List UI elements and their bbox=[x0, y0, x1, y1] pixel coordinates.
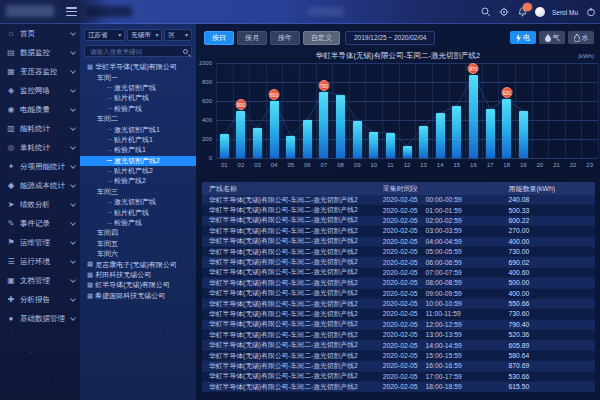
tree-item[interactable]: ▦希捷国际科技无锡公司 bbox=[84, 291, 192, 301]
chart-bar[interactable] bbox=[419, 126, 428, 158]
province-select[interactable]: 江苏省▾ bbox=[84, 29, 125, 41]
sidebar-item[interactable]: ●基础数据管理 bbox=[0, 309, 80, 328]
chart-bar[interactable] bbox=[386, 133, 395, 158]
tree-item[interactable]: ▦村田科技无锡公司 bbox=[84, 270, 192, 280]
range-button-year[interactable]: 按年 bbox=[270, 31, 300, 45]
table-row[interactable]: 华虹半导体(无锡)有限公司-车间二-激光切割产线22020-02-0501:00… bbox=[202, 205, 595, 215]
tree-item[interactable]: ▦虹半导体(无锡)有限公司 bbox=[84, 280, 192, 290]
chart-bar[interactable] bbox=[253, 128, 262, 158]
table-row[interactable]: 华虹半导体(无锡)有限公司-车间二-激光切割产线22020-02-0511:00… bbox=[202, 309, 595, 319]
sidebar-item[interactable]: ⌂首页 bbox=[0, 24, 80, 43]
sidebar-item[interactable]: ➤绩效分析 bbox=[0, 195, 80, 214]
tree-item[interactable]: 检验产线 bbox=[84, 104, 192, 114]
tree-item[interactable]: 贴片机产线 bbox=[84, 93, 192, 103]
sidebar-item[interactable]: ✚分析报告 bbox=[0, 290, 80, 309]
table-row[interactable]: 华虹半导体(无锡)有限公司-车间二-激光切割产线22020-02-0509:00… bbox=[202, 289, 595, 299]
search-icon[interactable] bbox=[183, 49, 188, 54]
tree-item[interactable]: 激光切割产线1 bbox=[84, 124, 192, 134]
table-row[interactable]: 华虹半导体(无锡)有限公司-车间二-激光切割产线22020-02-0507:00… bbox=[202, 268, 595, 278]
table-row[interactable]: 华虹半导体(无锡)有限公司-车间二-激光切割产线22020-02-0518:00… bbox=[202, 382, 595, 392]
sidebar-item[interactable]: ✎事件记录 bbox=[0, 214, 80, 233]
sidebar-item[interactable]: ⚑运维管理 bbox=[0, 233, 80, 252]
chart-bar[interactable] bbox=[319, 92, 328, 159]
chart-bar[interactable] bbox=[286, 136, 295, 158]
table-row[interactable]: 华虹半导体(无锡)有限公司-车间二-激光切割产线22020-02-0517:00… bbox=[202, 372, 595, 382]
table-row[interactable]: 华虹半导体(无锡)有限公司-车间二-激光切割产线22020-02-0508:00… bbox=[202, 278, 595, 288]
chart-bar[interactable] bbox=[336, 95, 345, 158]
alarm-marker[interactable]: 700 bbox=[318, 80, 329, 91]
tree-item[interactable]: 车间四 bbox=[84, 228, 192, 238]
energy-button-water[interactable]: 水 bbox=[568, 31, 594, 44]
table-row[interactable]: 华虹半导体(无锡)有限公司-车间二-激光切割产线22020-02-0505:00… bbox=[202, 247, 595, 257]
sidebar-item[interactable]: ✦分项用能统计 bbox=[0, 157, 80, 176]
table-row[interactable]: 华虹半导体(无锡)有限公司-车间二-激光切割产线22020-02-0514:00… bbox=[202, 340, 595, 350]
range-button-day[interactable]: 按日 bbox=[204, 31, 234, 45]
chart-bar[interactable] bbox=[452, 106, 461, 158]
district-select[interactable]: 区▾ bbox=[164, 29, 192, 41]
table-row[interactable]: 华虹半导体(无锡)有限公司-车间二-激光切割产线22020-02-0512:00… bbox=[202, 320, 595, 330]
sidebar-item[interactable]: ◉电能质量 bbox=[0, 100, 80, 119]
power-icon[interactable] bbox=[585, 7, 596, 18]
sidebar-item[interactable]: ▣文档管理 bbox=[0, 271, 80, 290]
sidebar-item[interactable]: ▤数据监控 bbox=[0, 43, 80, 62]
chart-bar[interactable] bbox=[303, 120, 312, 158]
tree-item[interactable]: 车间一 bbox=[84, 72, 192, 82]
sidebar-item[interactable]: ▦变压器监控 bbox=[0, 62, 80, 81]
tree-item[interactable]: 检验产线1 bbox=[84, 145, 192, 155]
table-row[interactable]: 华虹半导体(无锡)有限公司-车间二-激光切割产线22020-02-0515:00… bbox=[202, 351, 595, 361]
sidebar-item[interactable]: ☰运行环境 bbox=[0, 252, 80, 271]
sidebar-item[interactable]: ◈监控网络 bbox=[0, 81, 80, 100]
tree-item[interactable]: 贴片机产线 bbox=[84, 207, 192, 217]
tree-item[interactable]: 激光切割产线2 bbox=[80, 156, 196, 166]
tree-item[interactable]: 检验产线 bbox=[84, 218, 192, 228]
tree-item[interactable]: 激光切割产线 bbox=[84, 83, 192, 93]
tree-item[interactable]: 贴片机产线1 bbox=[84, 135, 192, 145]
chart-bar[interactable] bbox=[436, 113, 445, 158]
date-range-picker[interactable]: 2019/12/25 ~ 2020/02/04 bbox=[345, 31, 435, 45]
alarm-marker[interactable]: 870 bbox=[468, 63, 479, 74]
avatar[interactable] bbox=[535, 7, 545, 17]
tree-item[interactable]: 车间六 bbox=[84, 249, 192, 259]
chart-bar[interactable] bbox=[403, 146, 412, 158]
chart-bar[interactable] bbox=[236, 111, 245, 159]
chart-bar[interactable] bbox=[502, 99, 511, 158]
gear-icon[interactable] bbox=[499, 7, 510, 18]
search-icon[interactable] bbox=[481, 7, 492, 18]
table-row[interactable]: 华虹半导体(无锡)有限公司-车间二-激光切割产线22020-02-0504:00… bbox=[202, 237, 595, 247]
range-button-month[interactable]: 按月 bbox=[237, 31, 267, 45]
table-row[interactable]: 华虹半导体(无锡)有限公司-车间二-激光切割产线22020-02-0506:00… bbox=[202, 257, 595, 267]
table-row[interactable]: 华虹半导体(无锡)有限公司-车间二-激光切割产线22020-02-0516:00… bbox=[202, 361, 595, 371]
tree-item[interactable]: 激光切割产线 bbox=[84, 197, 192, 207]
city-select[interactable]: 无锡市▾ bbox=[127, 29, 162, 41]
tree-item[interactable]: 检验产线2 bbox=[84, 176, 192, 186]
alarm-marker[interactable]: 500 bbox=[235, 99, 246, 110]
chart-bar[interactable] bbox=[486, 109, 495, 158]
tree-item[interactable]: ▦尼吉康电子(无锡)有限公司 bbox=[84, 259, 192, 269]
chart-bar[interactable] bbox=[469, 75, 478, 158]
table-row[interactable]: 华虹半导体(无锡)有限公司-车间二-激光切割产线22020-02-0502:00… bbox=[202, 216, 595, 226]
sidebar-item[interactable]: ◆能源成本统计 bbox=[0, 176, 80, 195]
table-row[interactable]: 华虹半导体(无锡)有限公司-车间二-激光切割产线22020-02-0510:00… bbox=[202, 299, 595, 309]
energy-button-electric[interactable]: 电 bbox=[510, 31, 536, 44]
tree-item[interactable]: 贴片机产线2 bbox=[84, 166, 192, 176]
table-row[interactable]: 华虹半导体(无锡)有限公司-车间二-激光切割产线22020-02-0513:00… bbox=[202, 330, 595, 340]
energy-button-gas[interactable]: 气 bbox=[539, 31, 565, 44]
chart-bar[interactable] bbox=[270, 101, 279, 158]
alarm-marker[interactable]: 620 bbox=[501, 87, 512, 98]
hamburger-menu-icon[interactable] bbox=[66, 7, 77, 16]
chart-bar[interactable] bbox=[369, 132, 378, 158]
bell-icon[interactable] bbox=[517, 7, 528, 18]
table-row[interactable]: 华虹半导体(无锡)有限公司-车间二-激光切割产线22020-02-0503:00… bbox=[202, 226, 595, 236]
table-row[interactable]: 华虹半导体(无锡)有限公司-车间二-激光切割产线22020-02-0500:00… bbox=[202, 195, 595, 205]
tree-search-input[interactable] bbox=[88, 47, 183, 56]
range-button-custom[interactable]: 自定义 bbox=[303, 31, 340, 45]
chart-bar[interactable] bbox=[220, 134, 229, 158]
tree-item[interactable]: ▦华虹半导体(无锡)有限公司 bbox=[84, 62, 192, 72]
sidebar-item[interactable]: ▥能耗统计 bbox=[0, 119, 80, 138]
tree-item[interactable]: 车间三 bbox=[84, 187, 192, 197]
alarm-marker[interactable]: 600 bbox=[269, 89, 280, 100]
tree-item[interactable]: 车间二 bbox=[84, 114, 192, 124]
sidebar-item[interactable]: ◎单耗统计 bbox=[0, 138, 80, 157]
chart-bar[interactable] bbox=[353, 121, 362, 158]
chart-bar[interactable] bbox=[519, 111, 528, 158]
